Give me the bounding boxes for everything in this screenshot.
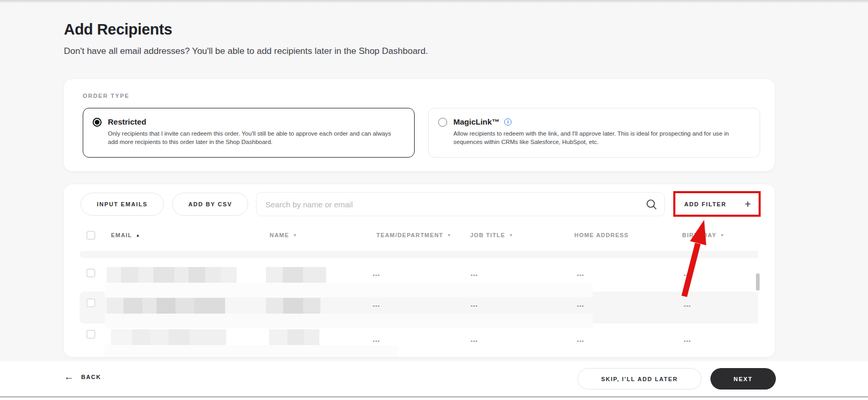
- column-header-email[interactable]: EMAIL ▲: [111, 232, 140, 238]
- order-type-label: ORDER TYPE: [83, 93, 130, 99]
- sort-desc-icon: ▼: [447, 233, 452, 238]
- top-scroll-shadow: [0, 0, 868, 3]
- input-emails-button[interactable]: INPUT EMAILS: [81, 193, 164, 216]
- redaction-blur: [105, 283, 593, 297]
- search-input[interactable]: [257, 193, 664, 216]
- next-button[interactable]: NEXT: [710, 368, 776, 390]
- option-title: MagicLink™: [453, 117, 499, 126]
- row-checkbox[interactable]: [86, 269, 95, 277]
- cell-team-department: ---: [373, 337, 380, 343]
- cell-home-address: ---: [577, 337, 584, 343]
- column-header-team-department[interactable]: TEAM/DEPARTMENT ▼: [376, 232, 452, 238]
- back-arrow-icon: ←: [64, 372, 74, 382]
- cell-job-title: ---: [471, 337, 478, 343]
- sort-desc-icon: ▼: [509, 233, 514, 238]
- redacted-email-cell: [107, 298, 225, 314]
- cell-home-address: ---: [577, 271, 584, 277]
- add-by-csv-button[interactable]: ADD BY CSV: [172, 193, 248, 216]
- add-recipients-screen: Add Recipients Don't have all email addr…: [0, 0, 868, 400]
- add-filter-label: ADD FILTER: [684, 201, 727, 207]
- redacted-name-cell: [269, 329, 319, 345]
- plus-icon: +: [744, 198, 752, 209]
- radio-selected-icon[interactable]: [93, 118, 102, 127]
- cell-job-title: ---: [471, 302, 478, 308]
- search-icon: [646, 199, 657, 210]
- skip-button[interactable]: SKIP, I'LL ADD LATER: [577, 368, 702, 390]
- column-header-birthday[interactable]: BIRTHDAY ▼: [682, 232, 725, 238]
- order-type-option-restricted[interactable]: Restricted Only recipients that I invite…: [83, 108, 415, 158]
- radio-unselected-icon[interactable]: [438, 118, 447, 127]
- cell-home-address: ---: [577, 302, 584, 308]
- redacted-email-cell: [111, 329, 226, 345]
- option-description: Only recipients that I invite can redeem…: [108, 130, 395, 146]
- redacted-email-cell: [107, 267, 237, 283]
- cell-team-department: ---: [373, 302, 380, 308]
- annotation-highlight-box: ADD FILTER +: [673, 191, 761, 217]
- cell-birthday: ---: [684, 271, 691, 277]
- cell-job-title: ---: [471, 271, 478, 277]
- bottom-divider: [0, 396, 868, 397]
- option-title: Restricted: [108, 117, 146, 126]
- table-scrollbar[interactable]: [756, 273, 760, 291]
- option-description: Allow recipients to redeem with the link…: [453, 130, 749, 146]
- footer-bar: ← BACK SKIP, I'LL ADD LATER NEXT: [0, 361, 868, 400]
- info-icon[interactable]: i: [504, 118, 511, 126]
- add-filter-button[interactable]: ADD FILTER +: [675, 193, 759, 215]
- row-checkbox[interactable]: [86, 298, 95, 307]
- back-button[interactable]: ← BACK: [64, 372, 101, 382]
- row-checkbox[interactable]: [86, 330, 95, 339]
- sort-desc-icon: ▼: [293, 233, 297, 238]
- cell-birthday: ---: [684, 302, 691, 308]
- back-label: BACK: [81, 374, 101, 380]
- cell-birthday: ---: [684, 337, 691, 343]
- order-type-card: ORDER TYPE Restricted Only recipients th…: [64, 79, 775, 171]
- recipients-card: INPUT EMAILS ADD BY CSV ADD FILTER + EMA…: [64, 184, 775, 357]
- column-header-name[interactable]: NAME ▼: [270, 232, 297, 238]
- order-type-option-magiclink[interactable]: MagicLink™ i Allow recipients to redeem …: [428, 108, 760, 158]
- page-subtitle: Don't have all email addresses? You'll b…: [64, 46, 428, 57]
- partial-row-strip: [80, 251, 758, 258]
- redaction-blur: [105, 345, 398, 357]
- search-field[interactable]: [256, 192, 665, 216]
- redacted-name-cell: [266, 267, 326, 283]
- cell-team-department: ---: [373, 271, 380, 277]
- column-header-home-address: HOME ADDRESS: [574, 232, 629, 238]
- select-all-checkbox[interactable]: [86, 231, 95, 240]
- column-header-job-title[interactable]: JOB TITLE ▼: [470, 232, 514, 238]
- redaction-blur: [105, 314, 593, 328]
- page-title: Add Recipients: [64, 21, 172, 38]
- redacted-name-cell: [266, 298, 320, 314]
- sort-desc-icon: ▼: [720, 233, 725, 238]
- sort-asc-icon: ▲: [136, 233, 140, 238]
